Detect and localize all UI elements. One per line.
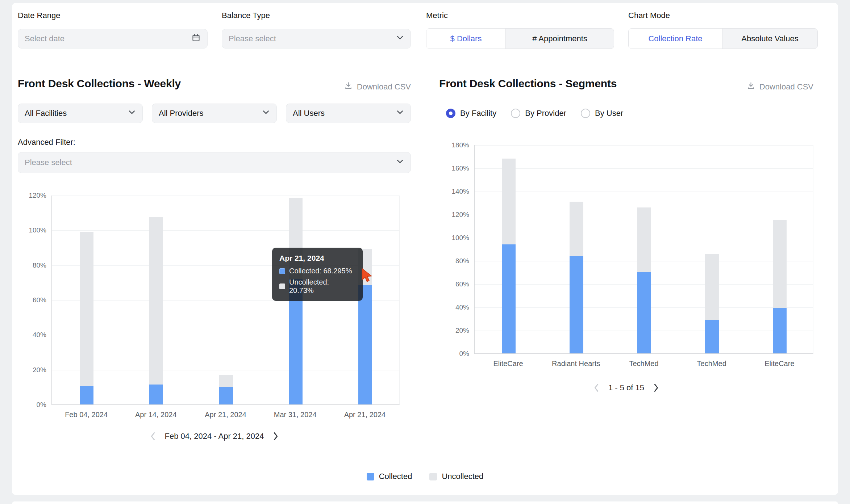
x-axis-labels: Feb 04, 2024Apr 14, 2024Apr 21, 2024Mar …	[18, 411, 411, 421]
x-tick-label: Apr 21, 2024	[191, 411, 260, 419]
segments-pagination-label: 1 - 5 of 15	[608, 383, 644, 392]
balance-type-placeholder: Please select	[229, 34, 396, 43]
y-tick-label: 20%	[439, 327, 469, 335]
download-icon	[344, 81, 353, 92]
y-tick-label: 40%	[18, 331, 46, 339]
providers-select[interactable]: All Providers	[152, 104, 277, 123]
bar-uncollected[interactable]	[149, 217, 163, 384]
chart-mode-toggle: Collection Rate Absolute Values	[628, 28, 818, 49]
select-value: All Providers	[159, 109, 262, 118]
radio-by-facility[interactable]: By Facility	[446, 109, 496, 118]
bar-collected[interactable]	[358, 285, 372, 404]
metric-option-appointments[interactable]: # Appointments	[506, 29, 614, 49]
bar-collected[interactable]	[219, 387, 233, 404]
users-select[interactable]: All Users	[286, 104, 411, 123]
x-tick-label: Feb 04, 2024	[51, 411, 121, 419]
legend-label: Collected	[379, 472, 412, 481]
next-page-button[interactable]	[654, 383, 659, 392]
legend-swatch	[429, 473, 437, 480]
chart-legend: CollectedUncollected	[12, 472, 838, 481]
segments-panel-title: Front Desk Collections - Segments	[439, 77, 617, 90]
metric-toggle: $ Dollars # Appointments	[426, 28, 614, 49]
tooltip-swatch	[279, 268, 285, 274]
chart-mode-option-collection-rate[interactable]: Collection Rate	[629, 29, 722, 49]
y-tick-label: 0%	[18, 401, 46, 409]
radio-icon	[446, 109, 455, 118]
advanced-filter-select[interactable]: Please select	[18, 152, 411, 173]
y-tick-label: 20%	[18, 366, 46, 374]
bar-uncollected[interactable]	[773, 220, 787, 308]
weekly-download-csv-button[interactable]: Download CSV	[344, 81, 411, 92]
y-tick-label: 120%	[439, 211, 469, 219]
bar-collected[interactable]	[502, 244, 516, 353]
radio-label: By Facility	[460, 109, 496, 118]
tooltip-row-label: Uncollected: 20.73%	[289, 278, 355, 295]
legend-item-collected[interactable]: Collected	[367, 472, 412, 481]
y-tick-label: 0%	[439, 350, 469, 358]
y-tick-label: 160%	[439, 164, 469, 172]
bar-uncollected[interactable]	[570, 202, 583, 256]
bar-uncollected[interactable]	[219, 375, 233, 387]
bar-collected[interactable]	[705, 320, 719, 353]
chart-plot-area	[474, 145, 813, 354]
tooltip-row-label: Collected: 68.295%	[289, 267, 352, 275]
chevron-down-icon	[396, 158, 404, 168]
date-range-label: Date Range	[18, 11, 60, 20]
x-tick-label: Apr 21, 2024	[330, 411, 400, 419]
chart-mode-option-absolute-values[interactable]: Absolute Values	[722, 29, 817, 49]
chart-tooltip: Apr 21, 2024 Collected: 68.295%Uncollect…	[272, 248, 363, 301]
tooltip-title: Apr 21, 2024	[279, 254, 355, 262]
metric-label: Metric	[426, 11, 448, 20]
prev-page-button[interactable]	[150, 432, 155, 441]
weekly-panel-title: Front Desk Collections - Weekly	[18, 77, 181, 90]
tooltip-row: Collected: 68.295%	[279, 267, 355, 275]
advanced-filter-label: Advanced Filter:	[18, 138, 75, 147]
bar-uncollected[interactable]	[637, 207, 651, 272]
bar-collected[interactable]	[637, 272, 651, 353]
y-tick-label: 120%	[18, 192, 46, 200]
next-page-button[interactable]	[273, 432, 279, 441]
tooltip-row: Uncollected: 20.73%	[279, 278, 355, 295]
y-tick-label: 100%	[18, 226, 46, 234]
legend-item-uncollected[interactable]: Uncollected	[429, 472, 483, 481]
prev-page-button[interactable]	[593, 383, 599, 392]
segments-collections-panel: Front Desk Collections - Segments Downlo…	[439, 75, 813, 423]
x-tick-label: EliteCare	[746, 360, 813, 368]
calendar-icon	[191, 33, 201, 45]
date-range-input[interactable]: Select date	[18, 29, 208, 49]
x-tick-label: EliteCare	[474, 360, 542, 368]
bar-collected[interactable]	[149, 385, 163, 404]
x-tick-label: Mar 31, 2024	[261, 411, 330, 419]
chart-mode-label: Chart Mode	[628, 11, 670, 20]
select-value: All Facilities	[25, 109, 128, 118]
metric-option-dollars[interactable]: $ Dollars	[426, 29, 506, 49]
bar-uncollected[interactable]	[705, 254, 719, 320]
legend-label: Uncollected	[442, 472, 483, 481]
chevron-down-icon	[262, 108, 270, 118]
download-csv-label: Download CSV	[357, 82, 411, 92]
chevron-down-icon	[128, 108, 136, 118]
y-tick-label: 60%	[439, 280, 469, 288]
balance-type-select[interactable]: Please select	[222, 29, 411, 49]
segments-download-csv-button[interactable]: Download CSV	[746, 81, 813, 92]
weekly-pagination: Feb 04, 2024 - Apr 21, 2024	[18, 432, 411, 441]
next-section-card	[12, 501, 838, 504]
download-csv-label: Download CSV	[759, 82, 813, 92]
segments-pagination: 1 - 5 of 15	[439, 383, 813, 392]
y-tick-label: 60%	[18, 296, 46, 304]
radio-by-user[interactable]: By User	[581, 109, 623, 118]
y-tick-label: 140%	[439, 188, 469, 196]
weekly-filter-dropdowns: All FacilitiesAll ProvidersAll Users	[18, 104, 411, 123]
bar-collected[interactable]	[570, 256, 583, 353]
weekly-stacked-bar-chart: 0%20%40%60%80%100%120% Feb 04, 2024Apr 1…	[18, 196, 411, 442]
bar-collected[interactable]	[773, 308, 787, 353]
bar-uncollected[interactable]	[80, 232, 93, 386]
facilities-select[interactable]: All Facilities	[18, 104, 143, 123]
bar-collected[interactable]	[80, 386, 93, 404]
bar-uncollected[interactable]	[502, 159, 516, 244]
y-tick-label: 40%	[439, 303, 469, 311]
gridline	[52, 335, 399, 335]
radio-label: By User	[595, 109, 623, 118]
tooltip-swatch	[279, 284, 285, 289]
radio-by-provider[interactable]: By Provider	[511, 109, 566, 118]
